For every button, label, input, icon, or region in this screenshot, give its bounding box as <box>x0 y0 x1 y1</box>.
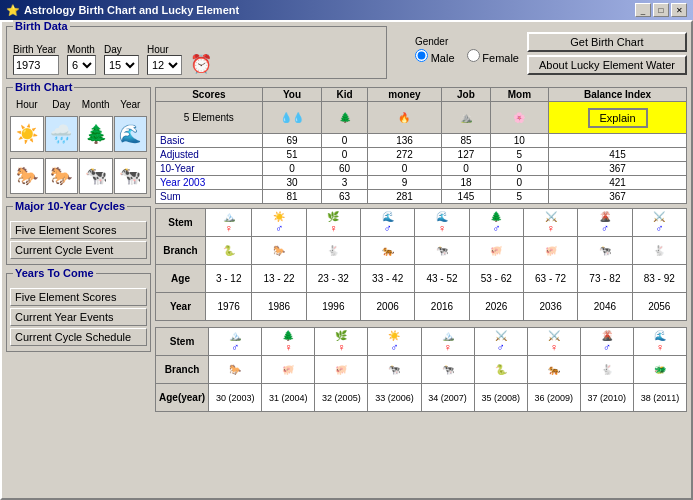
years-branch-2: 🐖 <box>262 356 315 384</box>
app-title: Astrology Birth Chart and Lucky Element <box>24 4 239 16</box>
years-ageyear-7: 36 (2009) <box>527 384 580 412</box>
major-year-5: 2016 <box>415 293 469 321</box>
header-hour: Hour <box>10 99 44 110</box>
male-label: Male <box>431 52 455 64</box>
five-element-scores-button[interactable]: Five Element Scores <box>10 221 147 239</box>
close-button[interactable]: ✕ <box>671 3 687 17</box>
explain-cell: Explain <box>549 102 687 134</box>
major-age-1: 3 - 12 <box>206 265 252 293</box>
current-cycle-event-button[interactable]: Current Cycle Event <box>10 241 147 259</box>
years-stem-2: 🌲♀ <box>262 328 315 356</box>
female-radio[interactable] <box>467 49 480 62</box>
year2003-money: 9 <box>367 176 442 190</box>
adjusted-job: 127 <box>442 148 490 162</box>
maximize-button[interactable]: □ <box>653 3 669 17</box>
years-to-come-buttons: Five Element Scores Current Year Events … <box>10 288 147 346</box>
major-year-6: 2026 <box>469 293 523 321</box>
adjusted-label: Adjusted <box>156 148 263 162</box>
get-birth-chart-button[interactable]: Get Birth Chart <box>527 32 687 52</box>
years-stem-3: 🌿♀ <box>315 328 368 356</box>
birth-data-section: Birth Data Birth Year Month 6 Day 15 <box>6 26 387 79</box>
years-stem-5: 🏔️♀ <box>421 328 474 356</box>
major-year-9: 2056 <box>632 293 686 321</box>
title-bar-controls: _ □ ✕ <box>635 3 687 17</box>
current-cycle-schedule-button[interactable]: Current Cycle Schedule <box>10 328 147 346</box>
major-year-8: 2046 <box>578 293 632 321</box>
year2003-row: Year 2003 30 3 9 18 0 421 <box>156 176 687 190</box>
years-ageyear-2: 31 (2004) <box>262 384 315 412</box>
years-stem-7: ⚔️♀ <box>527 328 580 356</box>
year2003-label: Year 2003 <box>156 176 263 190</box>
basic-mom: 10 <box>490 134 548 148</box>
adjusted-money: 272 <box>367 148 442 162</box>
major-year-1: 1976 <box>206 293 252 321</box>
birth-day-select[interactable]: 15 <box>104 55 139 75</box>
major-stem-5: 🌊♀ <box>415 209 469 237</box>
birth-hour-label: Hour <box>147 44 182 55</box>
chart-cell-month-stem: 🌲 <box>79 116 113 152</box>
about-lucky-element-button[interactable]: About Lucky Element Water <box>527 55 687 75</box>
years-ageyear-8: 37 (2010) <box>580 384 633 412</box>
header-year: Year <box>114 99 148 110</box>
time-icon: ⏰ <box>190 53 212 75</box>
male-radio-label[interactable]: Male <box>415 49 455 64</box>
major-year-7: 2036 <box>523 293 577 321</box>
birth-hour-select[interactable]: 12 <box>147 55 182 75</box>
adjusted-mom: 5 <box>490 148 548 162</box>
major-age-3: 23 - 32 <box>306 265 360 293</box>
scores-table: Scores You Kid money Job Mom Balance Ind… <box>155 87 687 204</box>
adjusted-balance: 415 <box>549 148 687 162</box>
app-icon: ⭐ <box>6 4 20 17</box>
chart-cell-year-branch: 🐄 <box>114 158 148 194</box>
male-radio[interactable] <box>415 49 428 62</box>
major-age-label: Age <box>156 265 206 293</box>
year2003-kid: 3 <box>322 176 367 190</box>
birth-month-group: Month 6 <box>67 44 96 75</box>
sum-mom: 5 <box>490 190 548 204</box>
years-five-element-scores-button[interactable]: Five Element Scores <box>10 288 147 306</box>
years-stem-row: Stem 🏔️♂ 🌲♀ 🌿♀ ☀️♂ 🏔️♀ ⚔️♂ ⚔️♀ 🌋♂ 🌊♀ <box>156 328 687 356</box>
header-month: Month <box>79 99 113 110</box>
female-radio-label[interactable]: Female <box>467 49 519 64</box>
basic-you: 69 <box>262 134 322 148</box>
years-ageyear-1: 30 (2003) <box>209 384 262 412</box>
years-branch-9: 🐲 <box>633 356 686 384</box>
current-year-events-button[interactable]: Current Year Events <box>10 308 147 326</box>
main-window: Birth Data Birth Year Month 6 Day 15 <box>0 20 693 500</box>
five-elements-label: 5 Elements <box>156 102 263 134</box>
major-age-4: 33 - 42 <box>361 265 415 293</box>
major-stem-3: 🌿♀ <box>306 209 360 237</box>
major-stem-4: 🌊♂ <box>361 209 415 237</box>
sum-label: Sum <box>156 190 263 204</box>
years-to-come-section: Years To Come Five Element Scores Curren… <box>6 273 151 352</box>
chart-column-headers: Hour Day Month Year <box>10 99 147 110</box>
birth-year-input[interactable] <box>13 55 59 75</box>
chart-cell-hour-stem: ☀️ <box>10 116 44 152</box>
years-branch-3: 🐖 <box>315 356 368 384</box>
major-stem-2: ☀️♂ <box>252 209 306 237</box>
major-stem-8: 🌋♂ <box>578 209 632 237</box>
ten-year-balance: 367 <box>549 162 687 176</box>
left-panel: Birth Chart Hour Day Month Year ☀️ 🌧️ 🌲 … <box>6 87 151 414</box>
major-age-8: 73 - 82 <box>578 265 632 293</box>
minimize-button[interactable]: _ <box>635 3 651 17</box>
basic-label: Basic <box>156 134 263 148</box>
birth-day-group: Day 15 <box>104 44 139 75</box>
basic-kid: 0 <box>322 134 367 148</box>
birth-month-select[interactable]: 6 <box>67 55 96 75</box>
content-area: Birth Chart Hour Day Month Year ☀️ 🌧️ 🌲 … <box>6 87 687 414</box>
years-branch-row: Branch 🐎 🐖 🐖 🐄 🐄 🐍 🐅 🐇 🐲 <box>156 356 687 384</box>
adjusted-kid: 0 <box>322 148 367 162</box>
sum-row: Sum 81 63 281 145 5 367 <box>156 190 687 204</box>
major-year-3: 1996 <box>306 293 360 321</box>
major-stem-7: ⚔️♀ <box>523 209 577 237</box>
major-branch-3: 🐇 <box>306 237 360 265</box>
ten-year-you: 0 <box>262 162 322 176</box>
explain-button[interactable]: Explain <box>588 108 648 128</box>
years-ageyear-3: 32 (2005) <box>315 384 368 412</box>
kid-header: Kid <box>322 88 367 102</box>
sum-money: 281 <box>367 190 442 204</box>
years-ageyear-6: 35 (2008) <box>474 384 527 412</box>
years-ageyear-4: 33 (2006) <box>368 384 421 412</box>
adjusted-row: Adjusted 51 0 272 127 5 415 <box>156 148 687 162</box>
